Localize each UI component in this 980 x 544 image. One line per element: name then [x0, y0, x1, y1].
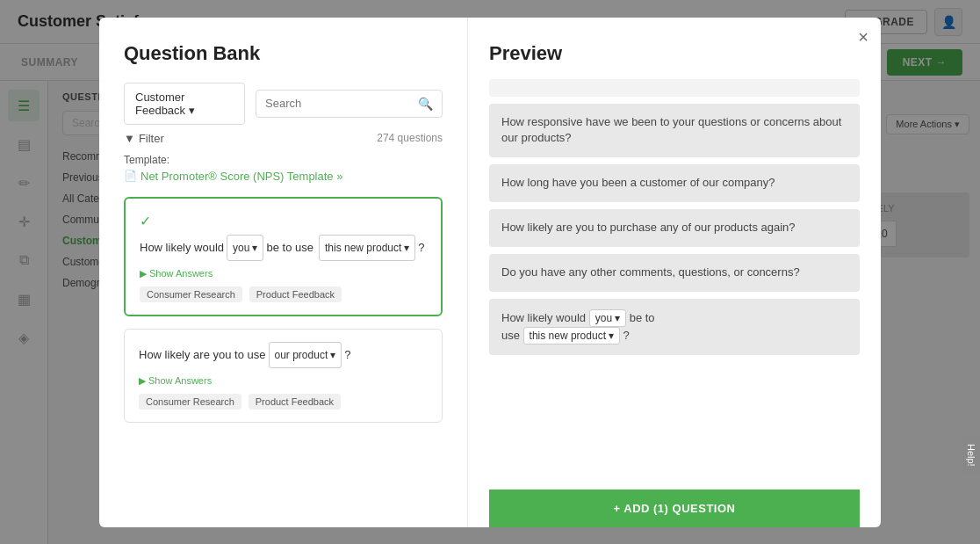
modal-overlay: × Question Bank Customer Feedback ▾ 🔍 ▼ …	[0, 0, 980, 544]
filter-button[interactable]: ▼ Filter	[124, 132, 164, 145]
template-label: Template:	[124, 154, 443, 166]
help-tab[interactable]: Help!	[962, 437, 980, 474]
question-bank-modal: × Question Bank Customer Feedback ▾ 🔍 ▼ …	[99, 18, 881, 527]
tags-row-1: Consumer Research Product Feedback	[140, 287, 427, 302]
close-modal-button[interactable]: ×	[858, 28, 868, 46]
filter-line: ▼ Filter 274 questions	[124, 132, 443, 145]
modal-left-panel: Question Bank Customer Feedback ▾ 🔍 ▼ Fi…	[99, 18, 468, 527]
search-input-wrap[interactable]: 🔍	[256, 90, 443, 118]
question-text-1: How likely would you ▾ be to use this ne…	[140, 235, 425, 261]
tag-consumer-research-1: Consumer Research	[140, 287, 242, 302]
triangle-icon-1: ▶	[140, 268, 147, 279]
tag-consumer-research-2: Consumer Research	[139, 394, 241, 410]
tag-product-feedback-2: Product Feedback	[249, 394, 341, 410]
question-card-1[interactable]: ✓ How likely would you ▾ be to use this …	[124, 197, 443, 316]
tag-product-feedback-1: Product Feedback	[249, 287, 342, 302]
template-row: Template: 📄 Net Promoter® Score (NPS) Te…	[124, 154, 443, 183]
search-icon: 🔍	[418, 97, 433, 111]
preview-title: Preview	[489, 42, 860, 65]
q1-dropdown-object[interactable]: this new product ▾	[319, 235, 415, 261]
triangle-icon-2: ▶	[139, 375, 146, 387]
preview-question-4: Do you have any other comments, question…	[489, 254, 860, 292]
preview-question-1: How responsive have we been to your ques…	[489, 104, 860, 158]
preview-question-2: How long have you been a customer of our…	[489, 164, 860, 202]
show-answers-btn-2[interactable]: ▶ Show Answers	[139, 375, 212, 387]
q1-dropdown-subject[interactable]: you ▾	[227, 235, 263, 261]
preview-inline-question: How likely would you ▾ be to use this ne…	[489, 299, 860, 355]
modal-right-panel: Preview How responsive have we been to y…	[468, 18, 881, 527]
question-card-2[interactable]: How likely are you to use our product ▾ …	[124, 329, 443, 423]
questions-count: 274 questions	[377, 132, 443, 144]
q2-dropdown-object[interactable]: our product ▾	[269, 342, 342, 368]
preview-questions-list: How responsive have we been to your ques…	[489, 79, 860, 490]
template-link[interactable]: 📄 Net Promoter® Score (NPS) Template »	[124, 170, 443, 183]
search-filter-row: Customer Feedback ▾ 🔍	[124, 83, 443, 125]
preview-q-dropdown-object[interactable]: this new product ▾	[523, 327, 620, 345]
preview-question-3: How likely are you to purchase any of ou…	[489, 209, 860, 247]
show-answers-btn-1[interactable]: ▶ Show Answers	[140, 268, 213, 279]
add-question-button[interactable]: + ADD (1) QUESTION	[489, 490, 860, 527]
modal-title: Question Bank	[124, 42, 443, 65]
filter-icon: ▼	[124, 132, 135, 145]
category-dropdown[interactable]: Customer Feedback ▾	[124, 83, 245, 125]
question-text-2: How likely are you to use our product ▾ …	[139, 342, 350, 368]
preview-question-prev	[489, 79, 860, 97]
search-input[interactable]	[265, 97, 413, 110]
check-icon-1: ✓	[140, 213, 151, 229]
tags-row-2: Consumer Research Product Feedback	[139, 394, 428, 410]
document-icon: 📄	[124, 170, 137, 182]
preview-q-dropdown-subject[interactable]: you ▾	[589, 309, 626, 327]
